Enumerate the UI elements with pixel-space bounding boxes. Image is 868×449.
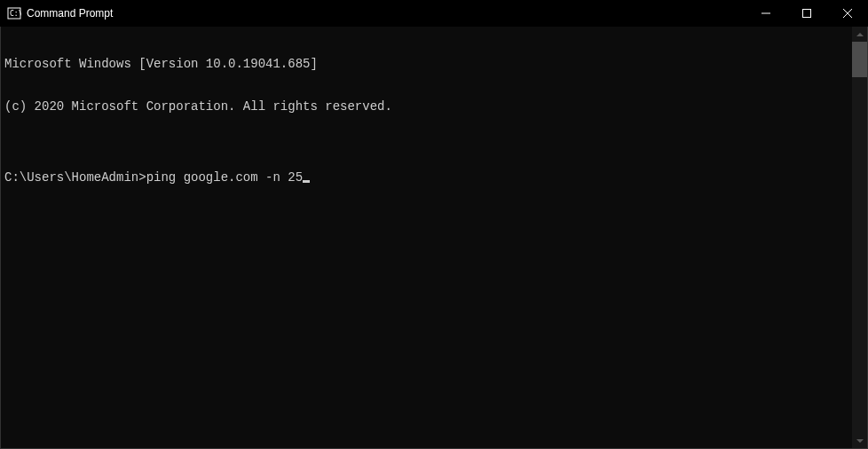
prompt-line: C:\Users\HomeAdmin>ping google.com -n 25: [4, 170, 848, 185]
scroll-up-arrow[interactable]: [852, 27, 867, 42]
titlebar: C:\ Command Prompt: [0, 0, 868, 27]
maximize-button[interactable]: [786, 0, 827, 27]
command-text: ping google.com -n 25: [146, 170, 303, 185]
svg-rect-3: [803, 10, 811, 18]
minimize-button[interactable]: [746, 0, 786, 27]
cursor: [303, 180, 310, 183]
scroll-thumb[interactable]: [852, 42, 867, 77]
close-button[interactable]: [827, 0, 868, 27]
scroll-down-arrow[interactable]: [852, 433, 867, 448]
console-output[interactable]: Microsoft Windows [Version 10.0.19041.68…: [1, 27, 852, 448]
window-title: Command Prompt: [27, 7, 746, 20]
window-controls: [746, 0, 868, 27]
version-line: Microsoft Windows [Version 10.0.19041.68…: [4, 57, 848, 71]
prompt-path: C:\Users\HomeAdmin>: [4, 170, 146, 185]
copyright-line: (c) 2020 Microsoft Corporation. All righ…: [4, 99, 848, 114]
vertical-scrollbar[interactable]: [852, 27, 867, 448]
svg-text:C:\: C:\: [10, 10, 21, 18]
svg-marker-6: [856, 33, 864, 36]
scroll-track[interactable]: [852, 42, 867, 433]
svg-marker-7: [856, 439, 864, 443]
cmd-icon: C:\: [7, 6, 21, 20]
client-area: Microsoft Windows [Version 10.0.19041.68…: [0, 27, 868, 449]
